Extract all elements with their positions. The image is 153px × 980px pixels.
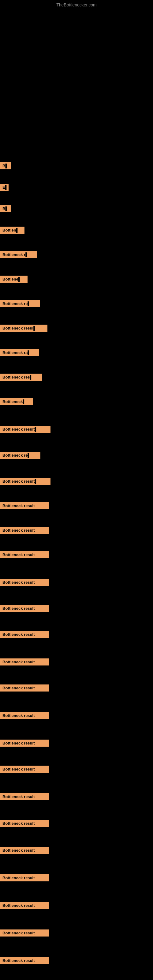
bottleneck-result-label: Bottleneck result — [0, 874, 49, 881]
bottleneck-result-label: Bottleneck result — [0, 766, 49, 773]
bottleneck-result-label: Bottleneck result — [0, 740, 49, 747]
bottleneck-result-label: Bottlen▌ — [0, 227, 24, 234]
bottleneck-result-label: Bottleneck result — [0, 820, 49, 827]
bottleneck-result-label: Bottleneck result — [0, 579, 49, 586]
bottleneck-result-label: Bottleneck resul▌ — [0, 325, 48, 332]
bottleneck-result-label: Bottleneck result — [0, 631, 49, 638]
site-title: TheBottlenecker.com — [56, 2, 97, 7]
bottleneck-result-label: Bottleneck result — [0, 527, 49, 534]
bottleneck-result-label: Bottleneck re▌ — [0, 452, 40, 459]
bottleneck-result-label: Bottleneck▌ — [0, 398, 33, 405]
bottleneck-result-label: Bottleneck result — [0, 957, 49, 964]
bottleneck-result-label: Bottleneck ra▌ — [0, 349, 39, 356]
bottleneck-result-label: Bottleneck result — [0, 929, 49, 937]
bottleneck-result-label: B▌ — [0, 162, 11, 169]
bottleneck-result-label: Bottleneck result — [0, 605, 49, 612]
bottleneck-result-label: Bottleneck result — [0, 684, 49, 692]
bottleneck-result-label: B▌ — [0, 205, 11, 212]
bottleneck-result-label: Bottleneck result▌ — [0, 426, 51, 433]
bottleneck-result-label: Bottleneck result — [0, 712, 49, 719]
bottleneck-result-label: Bottleneck res▌ — [0, 374, 42, 381]
bottleneck-result-label: Bottleneck result▌ — [0, 478, 51, 485]
bottleneck-result-label: E▌ — [0, 184, 9, 191]
bottleneck-result-label: Bottleneck result — [0, 502, 49, 509]
bottleneck-result-label: Bottleneck result — [0, 659, 49, 665]
bottleneck-result-label: Bottleneck r▌ — [0, 251, 37, 258]
bottleneck-result-label: Bottleneck result — [0, 551, 49, 558]
bottleneck-result-label: Bottlene▌ — [0, 275, 27, 283]
bottleneck-result-label: Bottleneck re▌ — [0, 300, 40, 307]
bottleneck-result-label: Bottleneck result — [0, 793, 49, 800]
bottleneck-result-label: Bottleneck result — [0, 902, 49, 909]
bottleneck-result-label: Bottleneck result — [0, 847, 49, 854]
